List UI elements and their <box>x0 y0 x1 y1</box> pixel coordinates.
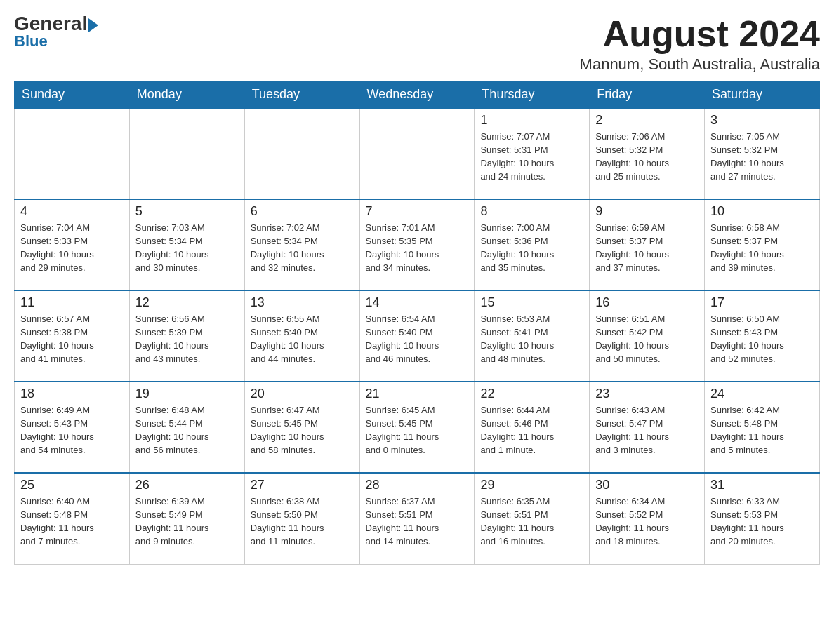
calendar-cell: 10Sunrise: 6:58 AMSunset: 5:37 PMDayligh… <box>705 199 820 290</box>
calendar-cell: 15Sunrise: 6:53 AMSunset: 5:41 PMDayligh… <box>475 290 590 382</box>
calendar-cell: 21Sunrise: 6:45 AMSunset: 5:45 PMDayligh… <box>359 382 475 473</box>
calendar-cell: 11Sunrise: 6:57 AMSunset: 5:38 PMDayligh… <box>15 290 130 382</box>
day-number: 25 <box>20 478 124 492</box>
day-info: Sunrise: 6:34 AMSunset: 5:52 PMDaylight:… <box>595 495 699 548</box>
day-number: 28 <box>366 478 469 492</box>
logo-arrow-icon <box>88 18 98 32</box>
week-row-1: 1Sunrise: 7:07 AMSunset: 5:31 PMDaylight… <box>15 108 820 199</box>
day-info: Sunrise: 7:03 AMSunset: 5:34 PMDaylight:… <box>135 222 239 274</box>
calendar-cell: 19Sunrise: 6:48 AMSunset: 5:44 PMDayligh… <box>129 382 244 473</box>
calendar-cell: 16Sunrise: 6:51 AMSunset: 5:42 PMDayligh… <box>590 290 705 382</box>
logo-blue-text: Blue <box>14 32 48 51</box>
day-info: Sunrise: 6:40 AMSunset: 5:48 PMDaylight:… <box>20 495 124 548</box>
logo-general-text: General <box>14 13 87 34</box>
day-info: Sunrise: 6:50 AMSunset: 5:43 PMDaylight:… <box>710 313 814 365</box>
day-number: 20 <box>251 387 354 401</box>
calendar-cell: 13Sunrise: 6:55 AMSunset: 5:40 PMDayligh… <box>244 290 359 382</box>
day-info: Sunrise: 6:48 AMSunset: 5:44 PMDaylight:… <box>135 404 239 457</box>
calendar-cell: 3Sunrise: 7:05 AMSunset: 5:32 PMDaylight… <box>705 108 820 199</box>
day-number: 29 <box>480 478 583 492</box>
day-number: 30 <box>595 478 699 492</box>
calendar-cell: 6Sunrise: 7:02 AMSunset: 5:34 PMDaylight… <box>244 199 359 290</box>
calendar-cell: 18Sunrise: 6:49 AMSunset: 5:43 PMDayligh… <box>15 382 130 473</box>
day-info: Sunrise: 7:06 AMSunset: 5:32 PMDaylight:… <box>595 130 699 183</box>
day-info: Sunrise: 6:38 AMSunset: 5:50 PMDaylight:… <box>251 495 354 548</box>
day-number: 18 <box>20 387 124 401</box>
day-info: Sunrise: 6:53 AMSunset: 5:41 PMDaylight:… <box>480 313 583 365</box>
day-number: 11 <box>20 295 124 310</box>
day-info: Sunrise: 6:39 AMSunset: 5:49 PMDaylight:… <box>135 495 239 548</box>
day-number: 31 <box>710 478 814 492</box>
day-info: Sunrise: 6:43 AMSunset: 5:47 PMDaylight:… <box>595 404 699 457</box>
day-info: Sunrise: 6:54 AMSunset: 5:40 PMDaylight:… <box>366 313 469 365</box>
day-number: 26 <box>135 478 239 492</box>
calendar-cell <box>359 108 475 199</box>
day-number: 19 <box>135 387 239 401</box>
day-number: 7 <box>366 204 469 219</box>
day-number: 12 <box>135 295 239 310</box>
day-info: Sunrise: 6:35 AMSunset: 5:51 PMDaylight:… <box>480 495 583 548</box>
day-number: 23 <box>595 387 699 401</box>
calendar-cell: 12Sunrise: 6:56 AMSunset: 5:39 PMDayligh… <box>129 290 244 382</box>
day-number: 4 <box>20 204 124 219</box>
day-number: 14 <box>366 295 469 310</box>
month-title: August 2024 <box>580 14 820 54</box>
calendar-cell <box>244 108 359 199</box>
week-row-5: 25Sunrise: 6:40 AMSunset: 5:48 PMDayligh… <box>15 473 820 564</box>
day-number: 27 <box>251 478 354 492</box>
day-info: Sunrise: 6:56 AMSunset: 5:39 PMDaylight:… <box>135 313 239 365</box>
calendar-cell: 20Sunrise: 6:47 AMSunset: 5:45 PMDayligh… <box>244 382 359 473</box>
page-header: General Blue August 2024 Mannum, South A… <box>14 14 820 74</box>
calendar-cell <box>15 108 130 199</box>
day-number: 24 <box>710 387 814 401</box>
calendar-cell: 14Sunrise: 6:54 AMSunset: 5:40 PMDayligh… <box>359 290 475 382</box>
column-header-tuesday: Tuesday <box>244 81 359 109</box>
day-number: 5 <box>135 204 239 219</box>
day-info: Sunrise: 7:05 AMSunset: 5:32 PMDaylight:… <box>710 130 814 183</box>
day-info: Sunrise: 7:01 AMSunset: 5:35 PMDaylight:… <box>366 222 469 274</box>
day-info: Sunrise: 6:51 AMSunset: 5:42 PMDaylight:… <box>595 313 699 365</box>
calendar-cell: 30Sunrise: 6:34 AMSunset: 5:52 PMDayligh… <box>590 473 705 564</box>
week-row-2: 4Sunrise: 7:04 AMSunset: 5:33 PMDaylight… <box>15 199 820 290</box>
calendar-cell: 8Sunrise: 7:00 AMSunset: 5:36 PMDaylight… <box>475 199 590 290</box>
day-number: 21 <box>366 387 469 401</box>
calendar-table: SundayMondayTuesdayWednesdayThursdayFrid… <box>14 81 820 565</box>
day-info: Sunrise: 7:02 AMSunset: 5:34 PMDaylight:… <box>251 222 354 274</box>
day-info: Sunrise: 7:07 AMSunset: 5:31 PMDaylight:… <box>480 130 583 183</box>
calendar-cell: 1Sunrise: 7:07 AMSunset: 5:31 PMDaylight… <box>475 108 590 199</box>
column-header-wednesday: Wednesday <box>359 81 475 109</box>
calendar-cell: 28Sunrise: 6:37 AMSunset: 5:51 PMDayligh… <box>359 473 475 564</box>
calendar-cell: 2Sunrise: 7:06 AMSunset: 5:32 PMDaylight… <box>590 108 705 199</box>
day-number: 10 <box>710 204 814 219</box>
column-header-saturday: Saturday <box>705 81 820 109</box>
calendar-cell: 9Sunrise: 6:59 AMSunset: 5:37 PMDaylight… <box>590 199 705 290</box>
calendar-cell: 29Sunrise: 6:35 AMSunset: 5:51 PMDayligh… <box>475 473 590 564</box>
week-row-4: 18Sunrise: 6:49 AMSunset: 5:43 PMDayligh… <box>15 382 820 473</box>
calendar-cell: 4Sunrise: 7:04 AMSunset: 5:33 PMDaylight… <box>15 199 130 290</box>
day-number: 6 <box>251 204 354 219</box>
day-info: Sunrise: 6:42 AMSunset: 5:48 PMDaylight:… <box>710 404 814 457</box>
day-info: Sunrise: 6:57 AMSunset: 5:38 PMDaylight:… <box>20 313 124 365</box>
day-info: Sunrise: 6:59 AMSunset: 5:37 PMDaylight:… <box>595 222 699 274</box>
day-number: 22 <box>480 387 583 401</box>
calendar-header-row: SundayMondayTuesdayWednesdayThursdayFrid… <box>15 81 820 109</box>
week-row-3: 11Sunrise: 6:57 AMSunset: 5:38 PMDayligh… <box>15 290 820 382</box>
day-info: Sunrise: 6:49 AMSunset: 5:43 PMDaylight:… <box>20 404 124 457</box>
day-number: 15 <box>480 295 583 310</box>
day-number: 13 <box>251 295 354 310</box>
day-info: Sunrise: 7:04 AMSunset: 5:33 PMDaylight:… <box>20 222 124 274</box>
day-number: 1 <box>480 113 583 128</box>
day-number: 3 <box>710 113 814 128</box>
calendar-cell: 26Sunrise: 6:39 AMSunset: 5:49 PMDayligh… <box>129 473 244 564</box>
day-info: Sunrise: 6:55 AMSunset: 5:40 PMDaylight:… <box>251 313 354 365</box>
day-info: Sunrise: 6:33 AMSunset: 5:53 PMDaylight:… <box>710 495 814 548</box>
logo: General Blue <box>14 14 98 51</box>
column-header-thursday: Thursday <box>475 81 590 109</box>
day-info: Sunrise: 7:00 AMSunset: 5:36 PMDaylight:… <box>480 222 583 274</box>
day-number: 8 <box>480 204 583 219</box>
day-info: Sunrise: 6:45 AMSunset: 5:45 PMDaylight:… <box>366 404 469 457</box>
day-info: Sunrise: 6:44 AMSunset: 5:46 PMDaylight:… <box>480 404 583 457</box>
column-header-monday: Monday <box>129 81 244 109</box>
calendar-cell: 17Sunrise: 6:50 AMSunset: 5:43 PMDayligh… <box>705 290 820 382</box>
day-number: 9 <box>595 204 699 219</box>
